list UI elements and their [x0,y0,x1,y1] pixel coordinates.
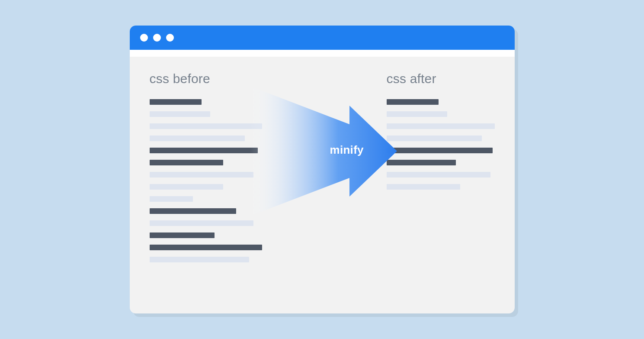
code-bar [150,184,223,190]
before-heading: css before [150,71,279,86]
code-bar [150,148,258,153]
arrow-label: minify [330,143,364,157]
code-bar [387,99,439,105]
before-column: css before [150,71,279,313]
code-bar [150,196,193,202]
code-bar [150,123,262,129]
window-dot-icon [140,34,148,42]
code-bar [387,172,490,178]
code-bar [150,111,210,117]
after-bars [387,99,495,196]
code-bar [150,232,215,238]
code-bar [150,245,262,250]
after-column: css after [387,71,495,313]
before-bars [150,99,279,269]
window-dot-icon [153,34,161,42]
code-bar [150,220,253,226]
code-bar [150,136,245,141]
browser-window: css before css after minify [130,26,515,313]
code-bar [150,257,249,262]
code-bar [150,160,223,165]
window-dot-icon [166,34,174,42]
title-separator [130,50,515,57]
code-bar [387,184,460,190]
code-bar [387,123,495,129]
code-bar [150,172,253,178]
title-bar [130,26,515,50]
code-bar [150,208,236,214]
code-bar [387,111,447,117]
code-bar [387,136,482,141]
after-heading: css after [387,71,495,86]
code-bar [150,99,202,105]
code-bar [387,160,456,165]
content-area: css before css after minify [130,57,515,313]
code-bar [387,148,493,153]
